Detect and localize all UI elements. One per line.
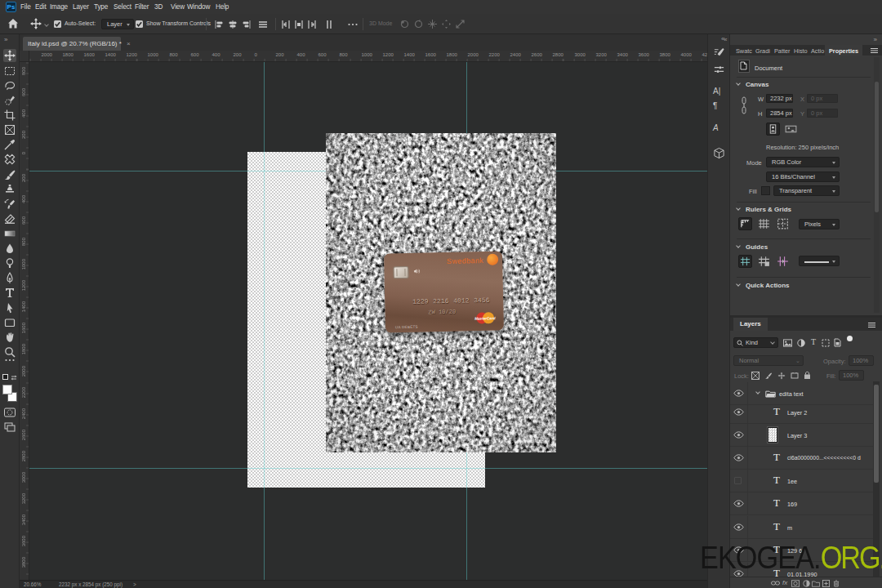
svg-text:MasterCard: MasterCard — [474, 316, 496, 321]
